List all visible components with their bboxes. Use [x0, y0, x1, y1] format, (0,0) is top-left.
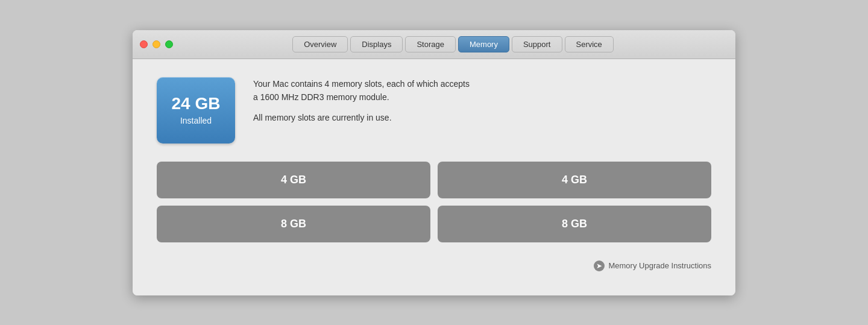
maximize-button[interactable] — [165, 40, 173, 48]
upgrade-instructions-link[interactable]: ➤ Memory Upgrade Instructions — [594, 260, 711, 271]
tab-support[interactable]: Support — [512, 36, 562, 52]
tab-displays[interactable]: Displays — [350, 36, 403, 52]
top-section: 24 GB Installed Your Mac contains 4 memo… — [157, 77, 711, 144]
description-line1: Your Mac contains 4 memory slots, each o… — [253, 77, 470, 104]
description-line3: All memory slots are currently in use. — [253, 111, 470, 124]
memory-slot-1: 4 GB — [157, 162, 430, 198]
app-window: Overview Displays Storage Memory Support… — [133, 30, 735, 295]
memory-slot-2: 4 GB — [438, 162, 711, 198]
memory-installed-label: Installed — [180, 116, 212, 125]
minimize-button[interactable] — [153, 40, 160, 48]
tab-bar: Overview Displays Storage Memory Support… — [178, 36, 728, 52]
tab-overview[interactable]: Overview — [292, 36, 348, 52]
tab-service[interactable]: Service — [565, 36, 614, 52]
upgrade-link-label: Memory Upgrade Instructions — [608, 261, 711, 270]
close-button[interactable] — [140, 40, 148, 48]
upgrade-icon: ➤ — [594, 260, 605, 271]
memory-slot-3: 8 GB — [157, 206, 430, 242]
memory-slots-grid: 4 GB 4 GB 8 GB 8 GB — [157, 162, 711, 242]
content-area: 24 GB Installed Your Mac contains 4 memo… — [133, 59, 735, 295]
titlebar: Overview Displays Storage Memory Support… — [133, 30, 735, 59]
memory-size: 24 GB — [172, 95, 221, 113]
tab-storage[interactable]: Storage — [405, 36, 456, 52]
memory-description: Your Mac contains 4 memory slots, each o… — [253, 77, 470, 132]
footer: ➤ Memory Upgrade Instructions — [157, 254, 711, 271]
memory-badge: 24 GB Installed — [157, 77, 235, 144]
memory-slot-4: 8 GB — [438, 206, 711, 242]
tab-memory[interactable]: Memory — [458, 36, 509, 52]
